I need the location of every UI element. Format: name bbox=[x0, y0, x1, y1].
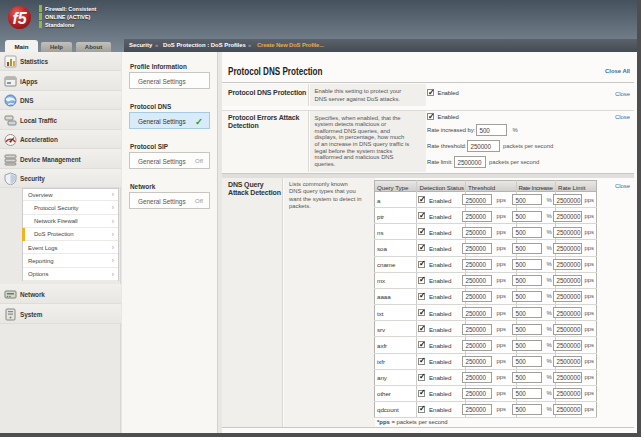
svg-text:f5: f5 bbox=[12, 10, 27, 27]
